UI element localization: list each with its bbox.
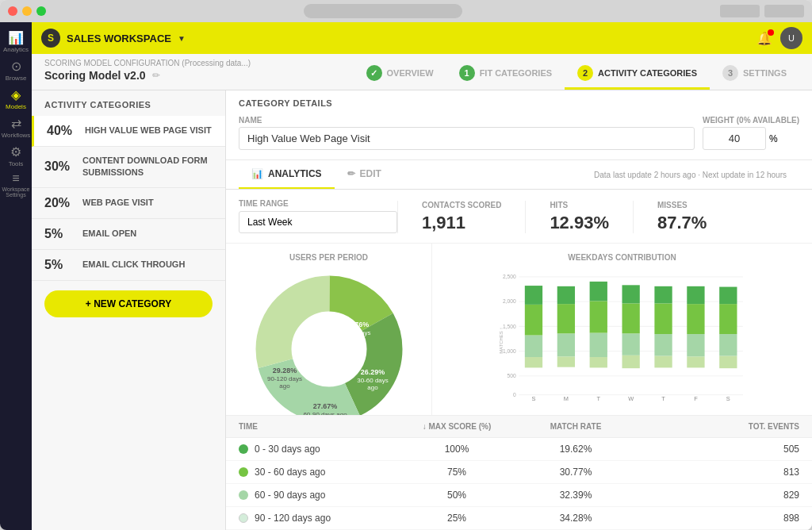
category-pct-1: 40% [47, 124, 77, 138]
page-title: Scoring Model v2.0 [44, 69, 146, 82]
svg-rect-20 [557, 304, 575, 333]
workspace-settings-icon: ≡ [12, 171, 19, 186]
bar-chart-svg: 2,500 2,000 1,500 1,000 500 0 MATCHES ↑ [445, 270, 799, 405]
nav-back[interactable] [720, 5, 760, 17]
category-item-3[interactable]: 20% WEB PAGE VISIT [32, 188, 225, 219]
svg-text:F: F [694, 395, 698, 402]
weight-field-group: WEIGHT (0% AVAILABLE) % [703, 116, 799, 150]
nav-browse[interactable]: ⊙ Browse [3, 57, 29, 83]
analytics-content: TIME RANGE Last Week Last Month Last 3 M… [226, 190, 812, 530]
cell-match-rate-4: 34.28% [516, 513, 635, 524]
svg-text:T: T [661, 395, 665, 402]
stats-row: TIME RANGE Last Week Last Month Last 3 M… [226, 190, 812, 244]
activity-categories-sidebar: ACTIVITY CATEGORIES 40% HIGH VALUE WEB P… [32, 90, 226, 530]
cell-match-rate-2: 30.77% [516, 467, 635, 478]
workspace-dropdown-arrow[interactable]: ▼ [178, 34, 186, 43]
category-pct-3: 20% [44, 196, 75, 210]
svg-rect-28 [622, 355, 640, 368]
category-item-5[interactable]: 5% EMAIL CLICK THROUGH [32, 250, 225, 281]
svg-rect-25 [590, 301, 607, 332]
category-name-4: EMAIL OPEN [82, 228, 136, 240]
detail-header-area: CATEGORY DETAILS NAME WEIGHT (0% AVAILAB… [226, 90, 812, 160]
cell-tot-events-3: 829 [635, 490, 799, 501]
update-info: Data last update 2 hours ago · Next upda… [581, 163, 799, 187]
category-item-1[interactable]: 40% HIGH VALUE WEB PAGE VISIT [32, 116, 225, 147]
wizard-step-activity[interactable]: 2 ACTIVITY CATEGORIES [565, 59, 710, 90]
new-category-button[interactable]: + NEW CATEGORY [44, 290, 213, 317]
address-bar[interactable] [304, 4, 462, 18]
cell-time-2: 30 - 60 days ago [239, 467, 397, 478]
category-item-4[interactable]: 5% EMAIL OPEN [32, 219, 225, 250]
weight-input[interactable] [703, 127, 766, 150]
wizard-step-fit-label: FIT CATEGORIES [480, 68, 552, 78]
nav-forward[interactable] [764, 5, 804, 17]
contacts-scored-block: CONTACTS SCORED 1,911 [397, 201, 525, 233]
cell-tot-events-4: 898 [635, 513, 799, 524]
user-avatar[interactable]: U [780, 27, 802, 49]
app-window: 📊 Analytics ⊙ Browse ◈ Models ⇄ Workflow… [0, 0, 812, 530]
nav-tools[interactable]: ⚙ Tools [3, 143, 29, 168]
bar-chart-title: WEEKDAYS CONTRIBUTION [445, 253, 799, 262]
tab-analytics[interactable]: 📊 ANALYTICS [239, 160, 335, 189]
svg-rect-33 [654, 356, 672, 368]
svg-rect-29 [622, 333, 640, 355]
label-4b: 90-120 days [266, 375, 301, 382]
svg-rect-46 [719, 287, 737, 305]
svg-rect-44 [719, 334, 737, 356]
label-2b: 30-60 days [357, 377, 389, 384]
wizard-step-overview-label: OVERVIEW [387, 68, 434, 78]
svg-rect-18 [557, 356, 575, 367]
table-row-2: 30 - 60 days ago 75% 30.77% 813 [226, 461, 812, 484]
label-1b: 0-30 days [343, 329, 370, 336]
left-nav: 📊 Analytics ⊙ Browse ◈ Models ⇄ Workflow… [0, 22, 32, 530]
donut-svg: 16.76% 0-30 days ago 26.29% 30-60 days a… [250, 270, 408, 415]
title-bar [0, 0, 812, 22]
contacts-scored-value: 1,911 [422, 213, 501, 233]
svg-text:S: S [532, 395, 536, 402]
nav-workflows[interactable]: ⇄ Workflows [3, 114, 29, 140]
svg-rect-15 [525, 305, 542, 336]
hits-block: HITS 12.93% [525, 201, 633, 233]
nav-models[interactable]: ◈ Models [3, 86, 29, 111]
label-3b: 60-90 days ago [303, 411, 347, 415]
name-input[interactable] [239, 127, 695, 150]
col-max-score: ↓ MAX SCORE (%) [397, 422, 516, 431]
svg-rect-45 [719, 304, 737, 334]
cell-time-1: 0 - 30 days ago [239, 444, 397, 455]
wizard-step-fit[interactable]: 1 FIT CATEGORIES [446, 59, 565, 90]
nav-workspace-settings[interactable]: ≡ Workspace Settings [3, 171, 29, 197]
time-range-label: TIME RANGE [239, 199, 397, 208]
svg-text:MATCHES ↑: MATCHES ↑ [499, 328, 504, 354]
cell-match-rate-3: 32.39% [516, 490, 635, 501]
wizard-step-settings[interactable]: 3 SETTINGS [710, 59, 799, 90]
svg-rect-30 [622, 303, 640, 333]
svg-rect-24 [590, 333, 607, 357]
table-row-1: 0 - 30 days ago 100% 19.62% 505 [226, 438, 812, 461]
category-item-2[interactable]: 30% CONTENT DOWNLOAD FORM SUBMISSIONS [32, 147, 225, 188]
edit-tab-icon: ✏ [347, 168, 355, 179]
field-row: NAME WEIGHT (0% AVAILABLE) % [239, 116, 799, 150]
name-label: NAME [239, 116, 695, 125]
cell-match-rate-1: 19.62% [516, 444, 635, 455]
category-pct-4: 5% [44, 227, 75, 241]
tab-edit[interactable]: ✏ EDIT [335, 160, 394, 189]
edit-title-icon[interactable]: ✏ [152, 70, 160, 81]
minimize-button[interactable] [22, 6, 32, 16]
page-title-row: Scoring Model v2.0 ✏ [44, 69, 251, 82]
cell-time-3: 60 - 90 days ago [239, 490, 397, 501]
svg-rect-13 [525, 357, 542, 367]
time-range-select[interactable]: Last Week Last Month Last 3 Months Last … [239, 211, 397, 233]
category-pct-5: 5% [44, 258, 75, 272]
svg-rect-36 [654, 286, 672, 304]
label-1c: ago [351, 336, 362, 344]
table-header: TIME ↓ MAX SCORE (%) MATCH RATE TOT. EVE… [226, 416, 812, 438]
nav-analytics[interactable]: 📊 Analytics [3, 29, 29, 54]
maximize-button[interactable] [36, 6, 46, 16]
weight-label: WEIGHT (0% AVAILABLE) [703, 116, 799, 125]
misses-block: MISSES 87.7% [633, 201, 730, 233]
svg-text:T: T [596, 395, 600, 402]
notification-bell[interactable]: 🔔 [756, 31, 772, 46]
close-button[interactable] [8, 6, 17, 16]
page-header: SCORING MODEL CONFIGURATION (Processing … [32, 54, 812, 90]
wizard-step-overview[interactable]: ✓ OVERVIEW [354, 59, 446, 90]
